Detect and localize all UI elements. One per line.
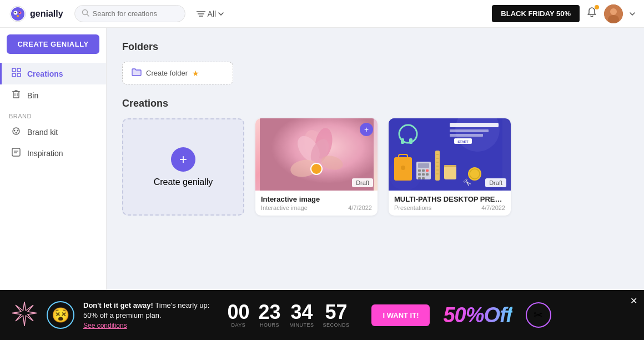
sidebar-item-bin[interactable]: Bin (0, 84, 106, 106)
bin-icon (11, 89, 22, 101)
creations-section: Creations + Create genially (122, 98, 628, 216)
card-interactive-circle (310, 163, 323, 175)
svg-rect-28 (12, 148, 20, 156)
card-multipaths-meta: Presentations 4/7/2022 (394, 204, 505, 211)
card-interactive-plus-icon: + (360, 123, 373, 136)
filter-icon (197, 11, 205, 17)
svg-rect-44 (450, 123, 499, 127)
creations-grid: + Create genially (122, 118, 511, 216)
banner-conditions-link[interactable]: See conditions (83, 322, 209, 329)
timer-minutes: 34 MINUTES (289, 302, 314, 328)
bell-badge (595, 5, 599, 9)
svg-rect-54 (418, 169, 421, 172)
header: genially All BLACK FRIDAY 50% (0, 0, 644, 28)
sidebar-label-bin: Bin (27, 91, 38, 100)
svg-rect-15 (12, 68, 16, 72)
svg-point-6 (19, 12, 21, 13)
banner-percent-text: 50%Off (443, 303, 512, 327)
banner-star-decoration (11, 301, 38, 329)
svg-point-26 (17, 130, 19, 132)
card-multi-paths[interactable]: START (389, 118, 511, 216)
card-multipaths-title: MULTI-PATHS DESKTOP PRESENT... (394, 195, 505, 203)
search-input[interactable] (93, 9, 170, 18)
filter-bar[interactable]: All (197, 9, 224, 18)
filter-chevron-icon (218, 12, 224, 16)
banner-text-block: Don't let it get away! Time's nearly up:… (83, 301, 209, 329)
svg-point-51 (401, 166, 405, 170)
card-interactive-date: 4/7/2022 (348, 204, 372, 211)
creations-title: Creations (122, 98, 628, 109)
sidebar-item-creations[interactable]: Creations (0, 63, 106, 84)
svg-rect-45 (450, 129, 489, 132)
search-icon (82, 9, 89, 18)
creations-icon (11, 68, 22, 79)
card-multipaths-info: MULTI-PATHS DESKTOP PRESENT... Presentat… (389, 191, 511, 216)
bell-container (586, 7, 597, 21)
banner-close-button[interactable]: ✕ (630, 296, 637, 306)
svg-rect-69 (444, 166, 456, 179)
svg-rect-56 (426, 169, 429, 172)
svg-rect-43 (409, 138, 412, 144)
banner-bold-text: Don't let it get away! (83, 301, 153, 309)
svg-line-8 (87, 14, 89, 17)
logo-text: genially (30, 9, 63, 19)
black-friday-button[interactable]: BLACK FRIDAY 50% (492, 5, 580, 22)
card-interactive-image[interactable]: + Draft Interactive image Interactive im… (255, 118, 378, 216)
banner-emoji-icon: 😵 (47, 301, 74, 329)
svg-rect-19 (13, 92, 19, 98)
create-new-label: Create genially (154, 177, 213, 187)
folder-star-icon: ★ (192, 69, 199, 78)
folder-icon (132, 68, 142, 78)
svg-point-1 (11, 7, 24, 21)
card-interactive-draft-badge: Draft (352, 178, 373, 187)
timer-hours: 23 HOURS (258, 302, 280, 328)
sidebar-label-creations: Creations (27, 69, 63, 78)
svg-rect-46 (450, 134, 483, 137)
svg-rect-58 (422, 173, 425, 176)
svg-rect-59 (426, 173, 429, 176)
card-interactive-meta: Interactive image 4/7/2022 (261, 204, 372, 211)
create-folder-button[interactable]: Create folder ★ (122, 62, 233, 84)
sidebar-label-brand-kit: Brand kit (27, 128, 58, 137)
filter-label: All (208, 9, 217, 18)
svg-point-4 (17, 15, 19, 17)
sidebar-item-brand-kit[interactable]: Brand kit (0, 122, 106, 143)
banner-cta-button[interactable]: I WANT IT! (371, 304, 430, 326)
brand-kit-icon (11, 127, 22, 138)
folders-title: Folders (122, 41, 628, 53)
svg-rect-16 (17, 68, 21, 72)
header-right: BLACK FRIDAY 50% (492, 4, 635, 23)
card-multipaths-type: Presentations (394, 204, 431, 211)
card-interactive-title: Interactive image (261, 195, 372, 203)
sidebar-item-inspiration[interactable]: Inspiration (0, 143, 106, 164)
svg-point-25 (14, 130, 16, 132)
create-new-plus-icon: + (171, 147, 195, 172)
svg-rect-42 (401, 138, 404, 144)
logo[interactable]: genially (9, 5, 63, 23)
svg-rect-57 (418, 173, 421, 176)
folders-section: Folders Create folder ★ (122, 41, 628, 84)
user-menu-chevron-icon[interactable] (630, 12, 635, 16)
svg-point-13 (610, 8, 617, 15)
sidebar-brand-label: Brand (0, 106, 106, 122)
svg-rect-55 (422, 169, 425, 172)
card-multipaths-date: 4/7/2022 (481, 204, 505, 211)
svg-rect-60 (418, 177, 421, 179)
svg-point-27 (16, 132, 17, 134)
create-new-card[interactable]: + Create genially (122, 118, 244, 216)
bottom-banner: 😵 Don't let it get away! Time's nearly u… (0, 290, 644, 340)
card-thumbnail-multipaths: START (389, 118, 511, 191)
svg-rect-53 (418, 163, 429, 168)
card-interactive-type: Interactive image (261, 204, 308, 211)
banner-timer: 00 DAYS 23 HOURS 34 MINUTES 57 SECONDS (227, 302, 349, 328)
svg-rect-70 (444, 165, 456, 167)
create-genially-button[interactable]: CREATE GENIALLY (7, 34, 99, 54)
svg-point-5 (14, 12, 16, 13)
sidebar-label-inspiration: Inspiration (27, 149, 63, 158)
bell-icon[interactable] (586, 9, 597, 20)
user-avatar[interactable] (604, 4, 623, 23)
timer-days: 00 DAYS (227, 302, 249, 328)
card-multipaths-draft-badge: Draft (485, 178, 506, 187)
timer-seconds: 57 SECONDS (323, 302, 349, 328)
search-bar[interactable] (74, 5, 185, 22)
